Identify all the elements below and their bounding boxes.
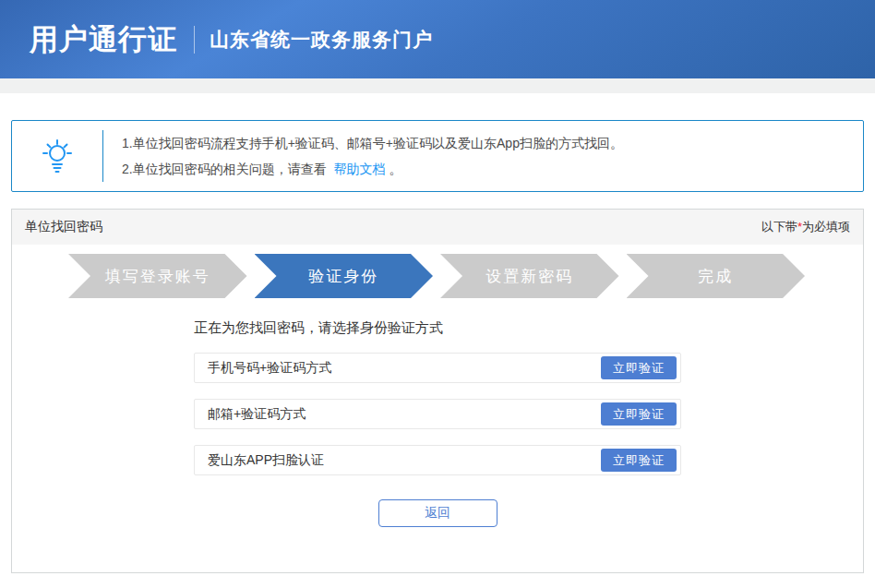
notice-line-2: 2.单位找回密码的相关问题，请查看 帮助文档 。 — [122, 156, 623, 182]
page-subtitle: 山东省统一政务服务门户 — [210, 27, 433, 53]
notice-box: 1.单位找回密码流程支持手机+验证码、邮箱号+验证码以及爱山东App扫脸的方式找… — [11, 120, 864, 192]
lightbulb-icon — [12, 138, 102, 174]
panel-title: 单位找回密码 — [25, 219, 102, 235]
notice-line-1: 1.单位找回密码流程支持手机+验证码、邮箱号+验证码以及爱山东App扫脸的方式找… — [122, 130, 623, 156]
step-complete: 完成 — [627, 254, 806, 298]
title-divider — [194, 26, 195, 54]
option-row-email: 邮箱+验证码方式 立即验证 — [194, 399, 681, 429]
header-stripe — [0, 78, 875, 93]
back-button[interactable]: 返回 — [378, 499, 497, 527]
option-row-app-face: 爱山东APP扫脸认证 立即验证 — [194, 445, 681, 475]
option-label-phone: 手机号码+验证码方式 — [208, 360, 331, 377]
option-label-email: 邮箱+验证码方式 — [208, 406, 306, 423]
step-fill-account: 填写登录账号 — [68, 254, 247, 298]
verify-now-button-phone[interactable]: 立即验证 — [601, 356, 677, 379]
verify-now-button-email[interactable]: 立即验证 — [601, 402, 677, 426]
option-label-app-face: 爱山东APP扫脸认证 — [208, 452, 324, 469]
page-title: 用户通行证 — [30, 20, 177, 59]
verify-method-heading: 正在为您找回密码，请选择身份验证方式 — [194, 319, 681, 337]
step-verify-identity: 验证身份 — [255, 254, 434, 298]
step-indicator: 填写登录账号 验证身份 设置新密码 完成 — [68, 254, 805, 298]
help-doc-link[interactable]: 帮助文档 — [334, 162, 386, 176]
step-set-new-password: 设置新密码 — [440, 254, 619, 298]
page-header: 用户通行证 山东省统一政务服务门户 — [0, 0, 875, 78]
recover-panel: 单位找回密码 以下带*为必填项 填写登录账号 验证身份 设置新密码 完成 正在为… — [11, 209, 864, 573]
panel-bar: 单位找回密码 以下带*为必填项 — [12, 210, 863, 245]
verify-now-button-app-face[interactable]: 立即验证 — [601, 449, 677, 472]
required-note: 以下带*为必填项 — [761, 219, 850, 235]
option-row-phone: 手机号码+验证码方式 立即验证 — [194, 353, 681, 383]
